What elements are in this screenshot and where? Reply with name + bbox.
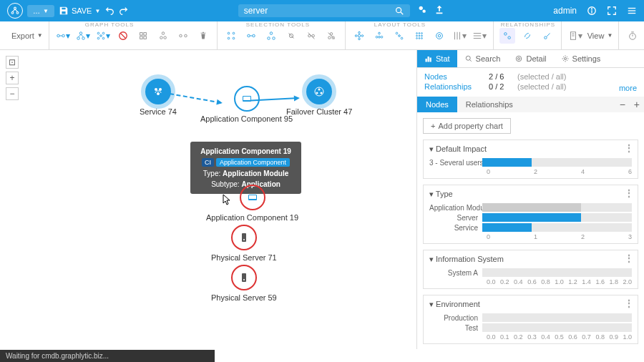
search-input[interactable] [244, 6, 389, 16]
subtab-nodes[interactable]: Nodes [417, 97, 457, 112]
lay-tool-5[interactable] [431, 28, 447, 44]
rel-tool-3[interactable] [540, 28, 555, 44]
svg-line-3 [13, 9, 16, 12]
graph-tool-4[interactable] [135, 28, 151, 44]
sel-tool-1[interactable] [223, 28, 239, 44]
lay-tool-1[interactable] [351, 28, 367, 44]
doc-icon[interactable]: ▾ [567, 28, 583, 44]
graph-tool-5[interactable] [155, 28, 171, 44]
svg-point-74 [421, 35, 422, 36]
svg-point-79 [438, 34, 441, 37]
gears-icon[interactable] [417, 4, 427, 14]
svg-point-64 [378, 36, 380, 38]
menu-dropdown[interactable]: … ▼ [27, 5, 54, 17]
svg-point-36 [164, 36, 167, 39]
graph-tool-1[interactable]: ▾ [55, 28, 71, 44]
app-logo[interactable] [7, 3, 23, 19]
sub-tabs: Nodes Relationships − + [417, 97, 644, 112]
sel-tool-5[interactable] [303, 28, 319, 44]
svg-point-1 [11, 11, 14, 14]
rel-tool-1[interactable] [499, 28, 515, 44]
sel-tool-3[interactable] [263, 28, 279, 44]
lay-tool-6[interactable]: ▾ [452, 28, 467, 44]
fullscreen-icon[interactable] [607, 6, 617, 16]
user-label[interactable]: admin [553, 6, 577, 16]
node-physical-server-71[interactable]: Physical Server 71 [211, 225, 277, 262]
charts-panel: + Add property chart ▾ Default Impact⋮3 … [417, 112, 644, 349]
svg-line-4 [15, 9, 18, 12]
chart-type: ▾ Type⋮Application ModuleServerService01… [423, 185, 638, 244]
graph-tool-2[interactable]: ▾ [75, 28, 91, 44]
svg-point-118 [564, 58, 566, 60]
lay-tool-2[interactable] [371, 28, 387, 44]
chart-menu-icon[interactable]: ⋮ [625, 298, 633, 308]
svg-rect-113 [430, 58, 431, 62]
cursor-icon [222, 193, 232, 206]
lay-tool-3[interactable] [391, 28, 407, 44]
more-link[interactable]: more [619, 84, 637, 92]
svg-point-96 [155, 88, 157, 91]
lay-tool-7[interactable]: ▾ [472, 28, 487, 44]
svg-line-29 [120, 33, 125, 38]
chart-information-system: ▾ Information System⋮System A0.00.20.40.… [423, 250, 638, 289]
svg-point-88 [544, 36, 547, 39]
sel-tool-6[interactable] [323, 28, 339, 44]
nodes-stat-label[interactable]: Nodes [424, 72, 482, 81]
chart-menu-icon[interactable]: ⋮ [625, 143, 633, 153]
tab-stat[interactable]: Stat [417, 50, 457, 67]
fit-button[interactable]: ⊡ [6, 56, 19, 69]
svg-rect-111 [426, 59, 427, 62]
svg-point-23 [97, 32, 99, 34]
chart-menu-icon[interactable]: ⋮ [625, 188, 633, 198]
svg-point-69 [416, 32, 417, 34]
lay-tool-4[interactable] [411, 28, 427, 44]
graph-tool-6[interactable] [175, 28, 191, 44]
tab-detail[interactable]: Detail [507, 50, 553, 67]
tab-search[interactable]: Search [457, 50, 508, 67]
export-button[interactable]: Export ▼ [11, 31, 43, 40]
svg-point-60 [358, 31, 360, 34]
upload-icon[interactable] [434, 4, 444, 14]
sel-tool-2[interactable] [243, 28, 259, 44]
svg-point-20 [82, 36, 84, 39]
zoom-out-button[interactable]: − [6, 87, 19, 100]
sel-tool-4[interactable] [283, 28, 299, 44]
timer-icon[interactable] [625, 28, 640, 44]
zoom-in-button[interactable]: + [6, 72, 19, 84]
graph-tools-label: GRAPH TOOLS [85, 21, 135, 28]
graph-tool-block[interactable] [115, 28, 131, 44]
svg-point-11 [592, 9, 592, 9]
svg-rect-109 [242, 273, 246, 282]
svg-point-7 [419, 6, 422, 10]
sidebar-tabs: Stat Search Detail Settings [417, 50, 644, 68]
rel-stat-label[interactable]: Relationships [424, 82, 482, 91]
redo-icon[interactable] [119, 6, 129, 16]
save-button[interactable]: SAVE ▼ [59, 6, 100, 16]
svg-point-62 [378, 32, 380, 34]
svg-rect-30 [140, 32, 142, 35]
rel-tool-2[interactable] [519, 28, 535, 44]
svg-point-114 [466, 56, 470, 60]
trash-icon[interactable] [195, 28, 211, 44]
node-app-component-95[interactable]: Application Component 95 [200, 86, 293, 123]
tab-settings[interactable]: Settings [554, 50, 608, 67]
view-button[interactable]: View ▼ [587, 31, 613, 40]
node-service-74[interactable]: Service 74 [140, 79, 177, 116]
graph-tool-3[interactable]: ▾ [95, 28, 111, 44]
svg-point-0 [14, 7, 16, 9]
subtab-relationships[interactable]: Relationships [457, 97, 522, 112]
collapse-button[interactable]: − [615, 99, 630, 110]
undo-icon[interactable] [104, 6, 114, 16]
node-failover-cluster-47[interactable]: Failover Cluster 47 [286, 79, 352, 116]
node-app-component-19[interactable]: Application Component 19 [206, 185, 298, 222]
add-chart-button[interactable]: + Add property chart [423, 118, 511, 134]
info-icon[interactable] [587, 6, 597, 16]
search-icon[interactable] [394, 6, 404, 16]
graph-canvas[interactable]: ⊡ + − Service 74 Application Component 9… [0, 50, 416, 349]
svg-point-39 [228, 32, 230, 34]
hamburger-icon[interactable] [627, 6, 637, 16]
node-physical-server-59[interactable]: Physical Server 59 [211, 265, 277, 302]
chart-menu-icon[interactable]: ⋮ [625, 253, 633, 263]
search-box[interactable] [238, 4, 410, 17]
expand-button[interactable]: + [630, 99, 644, 110]
